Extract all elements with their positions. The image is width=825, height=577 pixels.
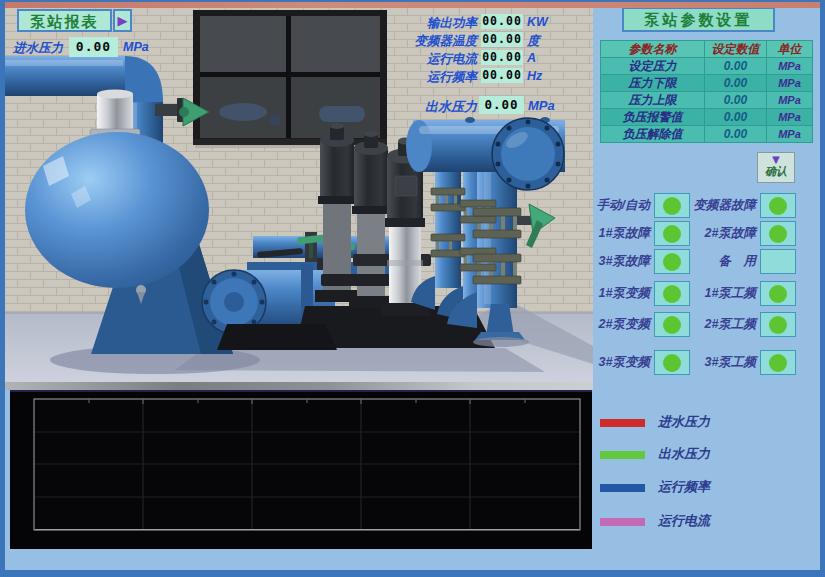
outlet-pressure-unit: MPa [528,98,555,113]
status-label-pump3-mains: 3#泵工频 [668,350,756,375]
confirm-button-label: 确认 [758,165,794,178]
output-power-unit: KW [527,15,548,29]
table-row: 压力下限 0.00 MPa [601,75,813,92]
col-header-unit: 单位 [767,41,813,58]
running-freq-label: 运行频率 [347,69,477,86]
settings-panel-title: 泵站参数设置 [622,7,775,32]
param-name: 压力下限 [601,75,705,92]
status-label-pump1-fault: 1#泵故障 [560,221,650,246]
param-unit: MPa [767,75,813,92]
status-light-inverter-fault [760,193,796,218]
indicator-dot [769,225,787,243]
indicator-dot [769,354,787,372]
status-label-pump1-mains: 1#泵工频 [668,281,756,306]
legend-swatch-running-current [600,518,645,526]
param-name: 负压解除值 [601,126,705,143]
table-row: 设定压力 0.00 MPa [601,58,813,75]
running-freq-unit: Hz [527,69,542,83]
status-label-inverter-fault: 变频器故障 [668,193,756,218]
outlet-pressure-label: 出水压力 [347,98,477,116]
param-unit: MPa [767,58,813,75]
table-header-row: 参数名称 设定数值 单位 [601,41,813,58]
table-row: 负压报警值 0.00 MPa [601,109,813,126]
legend-swatch-inlet-pressure [600,419,645,427]
indicator-dot [769,197,787,215]
col-header-value: 设定数值 [705,41,767,58]
status-label-spare: 备 用 [668,249,756,274]
confirm-button[interactable]: ▼ 确认 [757,152,795,183]
param-value-field[interactable]: 0.00 [705,92,767,109]
parameter-table: 参数名称 设定数值 单位 设定压力 0.00 MPa 压力下限 0.00 MPa… [600,40,813,143]
output-power-value: 00.00 [481,14,523,29]
legend-label-running-freq: 运行频率 [658,478,710,496]
running-current-label: 运行电流 [347,51,477,68]
running-current-value: 00.00 [481,50,523,65]
inverter-temp-value: 00.00 [481,32,523,47]
running-freq-value: 00.00 [481,68,523,83]
trend-chart [10,390,592,549]
status-label-pump1-vfd: 1#泵变频 [560,281,650,306]
indicator-dot [769,316,787,334]
param-value-field[interactable]: 0.00 [705,109,767,126]
col-header-name: 参数名称 [601,41,705,58]
report-page-button[interactable]: 泵站报表 [17,9,112,32]
param-name: 负压报警值 [601,109,705,126]
param-value-field[interactable]: 0.00 [705,126,767,143]
status-light-pump2-fault [760,221,796,246]
legend-swatch-running-freq [600,484,645,492]
inlet-pressure-value: 0.00 [69,37,118,57]
param-unit: MPa [767,109,813,126]
table-row: 压力上限 0.00 MPa [601,92,813,109]
status-label-pump3-fault: 3#泵故障 [560,249,650,274]
status-light-pump2-mains [760,312,796,337]
legend-label-running-current: 运行电流 [658,512,710,530]
param-unit: MPa [767,126,813,143]
status-label-pump2-vfd: 2#泵变频 [560,312,650,337]
status-light-spare [760,249,796,274]
status-label-pump3-vfd: 3#泵变频 [560,350,650,375]
status-label-manual-auto: 手动/自动 [560,193,650,218]
param-value-field[interactable]: 0.00 [705,75,767,92]
legend-label-inlet-pressure: 进水压力 [658,413,710,431]
running-current-unit: A [527,51,536,65]
pump-station-hmi-screen: 泵站报表 ▶ 进水压力 0.00 MPa 输出功率 00.00 KW 变频器温度… [0,0,825,577]
status-label-pump2-fault: 2#泵故障 [668,221,756,246]
output-power-label: 输出功率 [347,15,477,32]
table-row: 负压解除值 0.00 MPa [601,126,813,143]
inlet-pressure-label: 进水压力 [13,40,63,57]
legend-swatch-outlet-pressure [600,451,645,459]
report-play-icon[interactable]: ▶ [113,9,132,32]
legend-label-outlet-pressure: 出水压力 [658,445,710,463]
status-light-pump3-mains [760,350,796,375]
wall-top-strip [2,2,823,8]
inverter-temp-unit: 度 [527,33,540,50]
confirm-arrow-icon: ▼ [758,154,794,165]
status-label-pump2-mains: 2#泵工频 [668,312,756,337]
param-value-field[interactable]: 0.00 [705,58,767,75]
param-unit: MPa [767,92,813,109]
pump-station-3d-view [5,8,593,390]
outlet-pressure-value: 0.00 [479,96,524,114]
inlet-pressure-unit: MPa [123,40,149,54]
param-name: 压力上限 [601,92,705,109]
trend-plot-area [33,398,581,532]
param-name: 设定压力 [601,58,705,75]
inverter-temp-label: 变频器温度 [347,33,477,50]
indicator-dot [769,285,787,303]
status-light-pump1-mains [760,281,796,306]
